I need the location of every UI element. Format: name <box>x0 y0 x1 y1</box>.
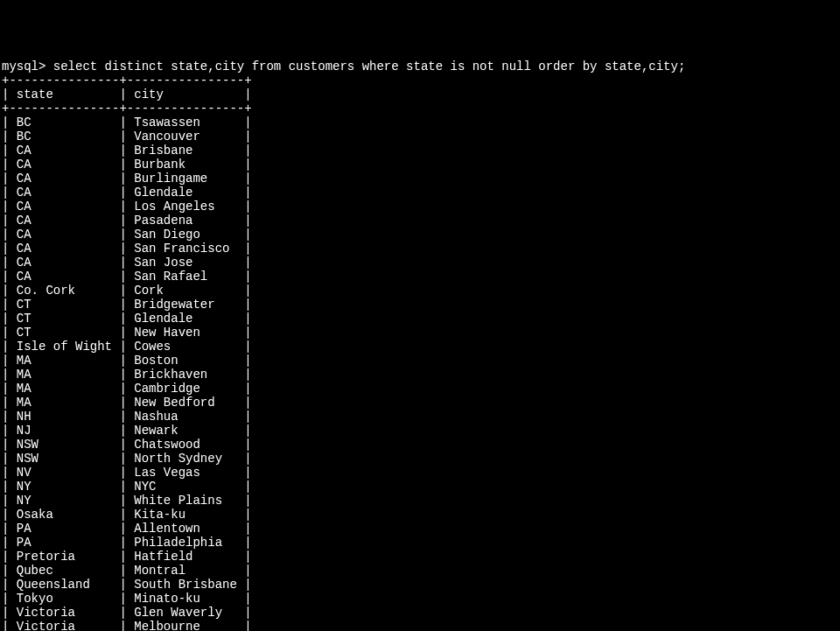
table-row: | Co. Cork | Cork | <box>2 284 840 298</box>
table-row: | PA | Allentown | <box>2 522 840 536</box>
table-row: | CT | Bridgewater | <box>2 298 840 312</box>
table-row: | BC | Vancouver | <box>2 130 840 144</box>
table-row: | Osaka | Kita-ku | <box>2 508 840 522</box>
table-header: | state | city | <box>2 88 840 102</box>
table-row: | MA | New Bedford | <box>2 396 840 410</box>
table-row: | Qubec | Montral | <box>2 564 840 578</box>
table-row: | NJ | Newark | <box>2 424 840 438</box>
table-row: | CA | Brisbane | <box>2 144 840 158</box>
table-row: | CA | Glendale | <box>2 186 840 200</box>
table-row: | CA | Burbank | <box>2 158 840 172</box>
table-row: | CA | Burlingame | <box>2 172 840 186</box>
table-row: | MA | Brickhaven | <box>2 368 840 382</box>
table-border: +---------------+----------------+ <box>2 74 840 88</box>
table-row: | Victoria | Melbourne | <box>2 620 840 631</box>
table-row: | MA | Cambridge | <box>2 382 840 396</box>
table-row: | Isle of Wight | Cowes | <box>2 340 840 354</box>
table-row: | CA | San Diego | <box>2 228 840 242</box>
table-row: | Queensland | South Brisbane | <box>2 578 840 592</box>
table-row: | NSW | North Sydney | <box>2 452 840 466</box>
table-row: | CA | San Jose | <box>2 256 840 270</box>
table-row: | MA | Boston | <box>2 354 840 368</box>
table-row: | CA | Pasadena | <box>2 214 840 228</box>
table-row: | CA | San Francisco | <box>2 242 840 256</box>
table-row: | NY | NYC | <box>2 480 840 494</box>
sql-command[interactable]: mysql> select distinct state,city from c… <box>2 60 840 74</box>
table-border: +---------------+----------------+ <box>2 102 840 116</box>
table-row: | PA | Philadelphia | <box>2 536 840 550</box>
table-row: | Tokyo | Minato-ku | <box>2 592 840 606</box>
table-row: | BC | Tsawassen | <box>2 116 840 130</box>
table-row: | Pretoria | Hatfield | <box>2 550 840 564</box>
table-row: | CT | Glendale | <box>2 312 840 326</box>
table-row: | CA | Los Angeles | <box>2 200 840 214</box>
table-row: | NY | White Plains | <box>2 494 840 508</box>
table-row: | NH | Nashua | <box>2 410 840 424</box>
table-row: | NV | Las Vegas | <box>2 466 840 480</box>
table-row: | Victoria | Glen Waverly | <box>2 606 840 620</box>
table-row: | CT | New Haven | <box>2 326 840 340</box>
terminal-output: mysql> select distinct state,city from c… <box>2 60 840 631</box>
table-row: | CA | San Rafael | <box>2 270 840 284</box>
table-row: | NSW | Chatswood | <box>2 438 840 452</box>
